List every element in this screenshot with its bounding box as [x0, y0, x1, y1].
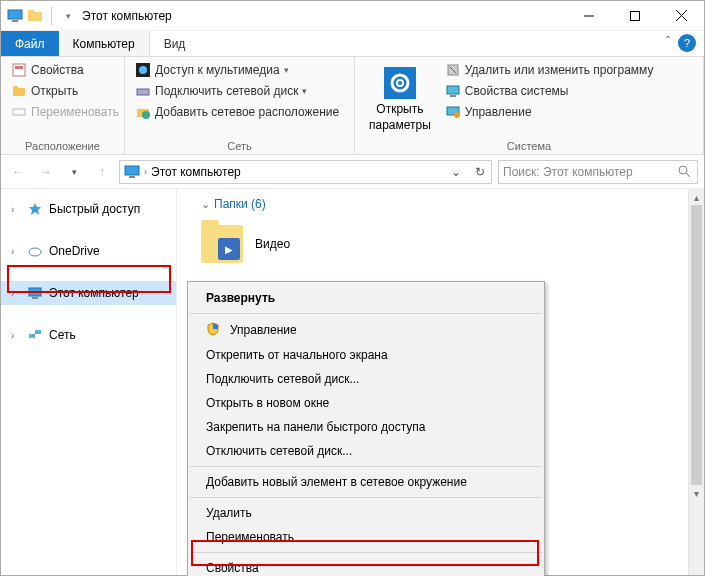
- titlebar: ▾ Этот компьютер: [1, 1, 704, 31]
- chevron-down-icon: ▾: [302, 86, 307, 96]
- ctx-add-net[interactable]: Добавить новый элемент в сетевое окружен…: [188, 470, 544, 494]
- svg-rect-15: [137, 89, 149, 95]
- sidebar-item-thispc[interactable]: › Этот компьютер: [1, 281, 176, 305]
- uninstall-button[interactable]: Удалить или изменить программу: [443, 61, 656, 79]
- folder-icon: ▶: [201, 225, 243, 263]
- tab-view[interactable]: Вид: [150, 31, 200, 56]
- thispc-icon: [124, 164, 140, 180]
- tab-computer[interactable]: Компьютер: [59, 31, 150, 56]
- thispc-icon: [27, 285, 43, 301]
- manage-icon: [445, 104, 461, 120]
- uninstall-icon: [445, 62, 461, 78]
- thispc-icon: [7, 8, 23, 24]
- folders-section-header[interactable]: ⌄ Папки (6): [201, 197, 676, 211]
- sidebar-item-quick-access[interactable]: › Быстрый доступ: [1, 197, 176, 221]
- ctx-rename[interactable]: Переименовать: [188, 525, 544, 549]
- properties-button[interactable]: Свойства: [9, 61, 121, 79]
- scrollbar[interactable]: ▴ ▾: [688, 189, 704, 575]
- forward-button[interactable]: →: [35, 161, 57, 183]
- address-dropdown-icon[interactable]: ⌄: [447, 165, 465, 179]
- scroll-up-icon[interactable]: ▴: [689, 189, 704, 205]
- qat-dropdown-icon[interactable]: ▾: [60, 8, 76, 24]
- ctx-map-drive[interactable]: Подключить сетевой диск...: [188, 367, 544, 391]
- chevron-right-icon[interactable]: ›: [11, 288, 21, 299]
- sidebar-item-network[interactable]: › Сеть: [1, 323, 176, 347]
- svg-rect-23: [447, 86, 459, 94]
- svg-rect-1: [12, 20, 18, 22]
- rename-button: Переименовать: [9, 103, 121, 121]
- properties-icon: [11, 62, 27, 78]
- up-button[interactable]: ↑: [91, 161, 113, 183]
- address-text: Этот компьютер: [151, 165, 241, 179]
- drive-icon: [135, 83, 151, 99]
- refresh-button[interactable]: ↻: [469, 165, 491, 179]
- ctx-expand[interactable]: Развернуть: [188, 286, 544, 310]
- maximize-button[interactable]: [612, 1, 658, 31]
- group-location-label: Расположение: [1, 140, 124, 154]
- help-button[interactable]: ?: [678, 34, 696, 52]
- svg-point-17: [142, 111, 150, 119]
- ctx-disconnect[interactable]: Отключить сетевой диск...: [188, 439, 544, 463]
- svg-rect-9: [15, 66, 23, 69]
- search-input[interactable]: Поиск: Этот компьютер: [498, 160, 698, 184]
- svg-line-30: [686, 173, 690, 177]
- svg-rect-5: [631, 11, 640, 20]
- svg-rect-12: [13, 109, 25, 115]
- add-netloc-button[interactable]: Добавить сетевое расположение: [133, 103, 341, 121]
- recent-dropdown[interactable]: ▾: [63, 161, 85, 183]
- open-settings-button[interactable]: Открыть параметры: [363, 61, 437, 136]
- open-folder-icon: [11, 83, 27, 99]
- navbar: ← → ▾ ↑ › Этот компьютер ⌄ ↻ Поиск: Этот…: [1, 155, 704, 189]
- svg-rect-11: [13, 86, 18, 89]
- group-network-label: Сеть: [125, 140, 354, 154]
- svg-rect-24: [450, 95, 456, 97]
- context-menu: Развернуть Управление Открепить от начал…: [187, 281, 545, 576]
- close-button[interactable]: [658, 1, 704, 31]
- svg-rect-8: [13, 64, 25, 76]
- chevron-right-icon[interactable]: ›: [144, 167, 147, 177]
- back-button[interactable]: ←: [7, 161, 29, 183]
- film-icon: ▶: [218, 238, 240, 260]
- svg-point-14: [139, 66, 147, 74]
- ctx-properties[interactable]: Свойства: [188, 556, 544, 576]
- menubar: Файл Компьютер Вид ˆ ?: [1, 31, 704, 57]
- file-menu[interactable]: Файл: [1, 31, 59, 56]
- ctx-unpin-start[interactable]: Открепить от начального экрана: [188, 343, 544, 367]
- manage-button[interactable]: Управление: [443, 103, 656, 121]
- folder-icon: [27, 8, 43, 24]
- collapse-ribbon-icon[interactable]: ˆ: [666, 35, 670, 49]
- svg-point-20: [397, 80, 403, 86]
- scroll-thumb[interactable]: [691, 205, 702, 485]
- chevron-right-icon[interactable]: ›: [11, 330, 21, 341]
- window-title: Этот компьютер: [82, 9, 172, 23]
- ctx-delete[interactable]: Удалить: [188, 501, 544, 525]
- sidebar-item-onedrive[interactable]: › OneDrive: [1, 239, 176, 263]
- map-drive-button[interactable]: Подключить сетевой диск ▾: [133, 82, 341, 100]
- svg-rect-27: [125, 166, 139, 175]
- address-bar[interactable]: › Этот компьютер ⌄ ↻: [119, 160, 492, 184]
- shield-icon: [206, 322, 222, 338]
- rename-icon: [11, 104, 27, 120]
- open-button[interactable]: Открыть: [9, 82, 121, 100]
- ctx-manage[interactable]: Управление: [188, 317, 544, 343]
- sidebar: › Быстрый доступ › OneDrive › Этот компь…: [1, 189, 177, 575]
- folder-video[interactable]: ▶ Видео: [201, 225, 676, 263]
- media-access-button[interactable]: Доступ к мультимедиа ▾: [133, 61, 341, 79]
- svg-rect-33: [29, 288, 41, 296]
- svg-rect-2: [28, 12, 42, 21]
- network-icon: [27, 327, 43, 343]
- ribbon: Свойства Открыть Переименовать Расположе…: [1, 57, 704, 155]
- scroll-down-icon[interactable]: ▾: [689, 485, 704, 501]
- chevron-right-icon[interactable]: ›: [11, 204, 21, 215]
- chevron-right-icon[interactable]: ›: [11, 246, 21, 257]
- ctx-open-new[interactable]: Открыть в новом окне: [188, 391, 544, 415]
- sysprops-icon: [445, 83, 461, 99]
- svg-point-32: [29, 248, 41, 256]
- minimize-button[interactable]: [566, 1, 612, 31]
- ctx-pin-quick[interactable]: Закрепить на панели быстрого доступа: [188, 415, 544, 439]
- svg-rect-3: [28, 10, 34, 13]
- media-icon: [135, 62, 151, 78]
- system-props-button[interactable]: Свойства системы: [443, 82, 656, 100]
- svg-point-26: [454, 112, 460, 118]
- onedrive-icon: [27, 243, 43, 259]
